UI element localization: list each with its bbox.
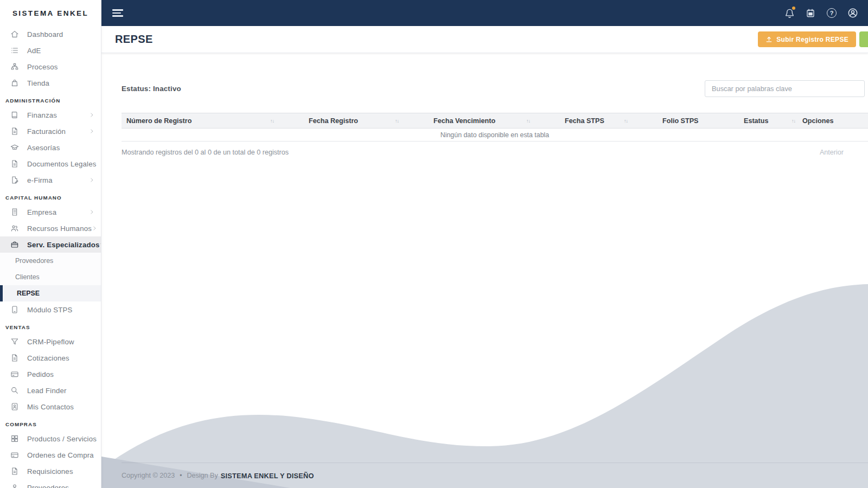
sidebar-item-recursos-humanos[interactable]: Recursos Humanos: [0, 220, 101, 236]
sidebar-item-ordenes-de-compra[interactable]: Ordenes de Compra: [0, 447, 101, 463]
chevron-right-icon: [89, 209, 94, 215]
sidebar-item-label: Proveedores: [27, 484, 69, 488]
briefcase-icon: [10, 240, 19, 249]
brand-logo: SISTEMA ENKEL: [0, 0, 101, 26]
document-icon: [10, 159, 19, 169]
upload-icon: [765, 36, 773, 43]
credit-card-icon: [10, 451, 19, 460]
sidebar-item-crm-pipeflow[interactable]: CRM-Pipeflow: [0, 333, 101, 350]
graduation-cap-icon: [10, 143, 19, 152]
page-header: REPSE Subir Registro REPSE: [101, 26, 868, 53]
user-account-icon[interactable]: [847, 8, 858, 18]
table-summary: Mostrando registros del 0 al 0 de un tot…: [122, 149, 289, 156]
calendar-icon[interactable]: [805, 8, 816, 18]
repse-table: Número de Registro↑↓ Fecha Registro↑↓ Fe…: [122, 113, 868, 142]
sidebar-item-label: Empresa: [27, 208, 56, 216]
hamburger-menu-icon[interactable]: [112, 9, 123, 17]
sidebar-section-compras: COMPRAS: [0, 418, 101, 431]
sidebar-item-pedidos[interactable]: Pedidos: [0, 366, 101, 382]
sidebar-item-efirma[interactable]: e-Firma: [0, 172, 101, 188]
sort-icon[interactable]: ↑↓: [624, 118, 658, 124]
sidebar-item-dashboard[interactable]: Dashboard: [0, 26, 101, 42]
sort-icon[interactable]: ↑↓: [395, 118, 429, 124]
sidebar-section-ventas: VENTAS: [0, 320, 101, 333]
footer-brand: SISTEMA ENKEL Y DISEÑO: [221, 472, 314, 480]
pagination-previous[interactable]: Anterior: [820, 149, 844, 156]
sort-icon[interactable]: ↑↓: [526, 118, 560, 124]
sidebar-item-label: e-Firma: [27, 176, 53, 184]
upload-button-label: Subir Registro REPSE: [776, 36, 848, 43]
notification-bell-icon[interactable]: [784, 8, 795, 18]
sidebar-item-proveedores[interactable]: Proveedores: [0, 479, 101, 488]
column-header-folio-stps[interactable]: Folio STPS: [658, 113, 739, 129]
sidebar-item-label: Asesorías: [27, 144, 60, 152]
app-window: SISTEMA ENKEL Dashboard AdE Procesos Tie…: [0, 0, 868, 488]
chevron-right-icon: [89, 129, 94, 134]
sidebar: SISTEMA ENKEL Dashboard AdE Procesos Tie…: [0, 0, 101, 488]
sidebar-section-administracion: ADMINISTRACIÓN: [0, 94, 101, 107]
user-icon: [10, 483, 19, 488]
sort-icon[interactable]: ↑↓: [792, 118, 797, 124]
sidebar-item-label: Recursos Humanos: [27, 224, 92, 233]
column-header-fecha-registro[interactable]: Fecha Registro↑↓: [304, 113, 429, 129]
sidebar-item-ade[interactable]: AdE: [0, 42, 101, 59]
grid-icon: [10, 434, 19, 444]
footer: Copyright © 2023 • Design By SISTEMA ENK…: [122, 463, 868, 488]
help-icon[interactable]: [826, 8, 837, 18]
footer-design-by: Design By: [187, 472, 218, 479]
sidebar-item-cotizaciones[interactable]: Cotizaciones: [0, 350, 101, 366]
chevron-right-icon: [89, 177, 94, 183]
notification-badge: [792, 7, 795, 10]
search-input[interactable]: [705, 80, 865, 97]
submenu-item-label: REPSE: [17, 290, 40, 297]
sidebar-item-label: CRM-Pipeflow: [27, 338, 74, 346]
sidebar-item-documentos-legales[interactable]: Documentos Legales: [0, 156, 101, 172]
sidebar-item-asesorias[interactable]: Asesorías: [0, 139, 101, 156]
sidebar-item-label: Pedidos: [27, 370, 54, 378]
sidebar-item-productos-servicios[interactable]: Productos / Servicios: [0, 431, 101, 447]
sidebar-item-requisiciones[interactable]: Requisiciones: [0, 463, 101, 479]
topbar: [101, 0, 868, 26]
secondary-action-button[interactable]: [859, 31, 868, 47]
signature-icon: [10, 176, 19, 185]
column-header-fecha-vencimiento[interactable]: Fecha Vencimiento↑↓: [429, 113, 560, 129]
column-header-numero-registro[interactable]: Número de Registro↑↓: [122, 113, 304, 129]
sidebar-item-label: Documentos Legales: [27, 160, 97, 168]
submenu-item-proveedores[interactable]: Proveedores: [0, 253, 101, 269]
tablet-icon: [10, 305, 19, 314]
filter-icon: [10, 337, 19, 346]
sidebar-item-serv-especializados[interactable]: Serv. Especializados: [0, 236, 101, 253]
sidebar-item-label: Lead Finder: [27, 387, 67, 395]
document-icon: [10, 467, 19, 476]
sidebar-item-label: Requisiciones: [27, 467, 73, 476]
search-icon: [10, 386, 19, 395]
upload-repse-button[interactable]: Subir Registro REPSE: [758, 31, 856, 47]
sort-icon[interactable]: ↑↓: [270, 118, 304, 124]
sidebar-item-lead-finder[interactable]: Lead Finder: [0, 382, 101, 399]
chevron-right-icon: [92, 226, 97, 231]
sidebar-item-tienda[interactable]: Tienda: [0, 75, 101, 91]
submenu-item-repse-active[interactable]: REPSE: [0, 285, 101, 301]
sidebar-item-label: Serv. Especializados: [27, 241, 100, 249]
main-area: REPSE Subir Registro REPSE Estatus: Inac…: [101, 26, 868, 488]
sidebar-item-finanzas[interactable]: Finanzas: [0, 107, 101, 123]
sidebar-item-label: AdE: [27, 47, 41, 55]
sidebar-item-label: Tienda: [27, 79, 49, 87]
sidebar-item-label: Módulo STPS: [27, 306, 73, 314]
submenu-item-clientes[interactable]: Clientes: [0, 269, 101, 285]
footer-copyright: Copyright © 2023: [122, 472, 175, 479]
sidebar-item-procesos[interactable]: Procesos: [0, 59, 101, 75]
column-header-estatus[interactable]: Estatus↑↓: [739, 113, 797, 129]
sidebar-item-label: Productos / Servicios: [27, 435, 97, 443]
sidebar-item-empresa[interactable]: Empresa: [0, 204, 101, 220]
shopping-bag-icon: [10, 79, 19, 88]
sidebar-item-mis-contactos[interactable]: Mis Contactos: [0, 399, 101, 415]
sidebar-item-label: Procesos: [27, 63, 58, 71]
column-header-fecha-stps[interactable]: Fecha STPS↑↓: [560, 113, 658, 129]
page-title: REPSE: [115, 33, 153, 46]
wave-decoration: [101, 284, 868, 488]
table-empty-row: Ningún dato disponible en esta tabla: [122, 129, 868, 142]
contact-book-icon: [10, 402, 19, 412]
sidebar-item-modulo-stps[interactable]: Módulo STPS: [0, 301, 101, 318]
sidebar-item-facturacion[interactable]: Facturación: [0, 123, 101, 139]
